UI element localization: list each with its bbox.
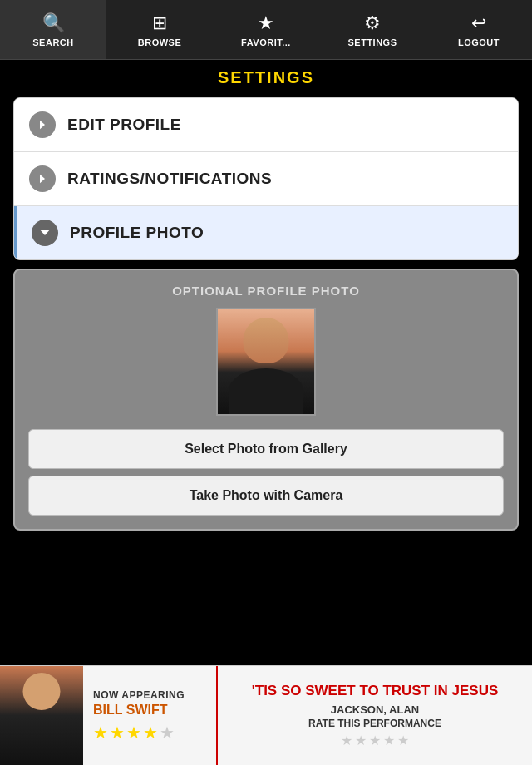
banner-left-section: NOW APPEARING BILL SWIFT ★ ★ ★ ★ ★: [83, 666, 216, 765]
performer-face-silhouette: [0, 666, 83, 765]
nav-search-label: SEARCH: [32, 37, 73, 47]
profile-photo-label: PROFILE PHOTO: [70, 224, 204, 242]
now-appearing-label: NOW APPEARING: [93, 689, 206, 701]
gear-icon: ⚙: [364, 12, 381, 34]
browse-icon: ⊞: [152, 12, 167, 34]
star-2: ★: [110, 723, 125, 743]
star-5-empty: ★: [160, 723, 175, 743]
select-gallery-button[interactable]: Select Photo from Gallery: [28, 429, 504, 469]
logout-icon: ↩: [471, 12, 486, 34]
ratings-notifications-label: RATINGS/NOTIFICATIONS: [67, 170, 272, 188]
banner-right-section: 'TIS SO SWEET TO TRUST IN JESUS JACKSON,…: [216, 666, 532, 765]
nav-settings[interactable]: ⚙ SETTINGS: [319, 0, 426, 59]
top-navigation: 🔍 SEARCH ⊞ BROWSE ★ FAVORIT... ⚙ SETTING…: [0, 0, 532, 60]
search-icon: 🔍: [42, 12, 65, 34]
rate-star-1[interactable]: ★: [341, 733, 352, 748]
nav-browse[interactable]: ⊞ BROWSE: [106, 0, 213, 59]
banner-performer-photo: [0, 666, 83, 765]
profile-photo-panel: OPTIONAL PROFILE PHOTO Select Photo from…: [13, 269, 519, 531]
settings-item-ratings[interactable]: RATINGS/NOTIFICATIONS: [14, 152, 518, 206]
settings-item-profile-photo[interactable]: PROFILE PHOTO: [14, 206, 518, 259]
performer-stars: ★ ★ ★ ★ ★: [93, 723, 206, 743]
nav-logout[interactable]: ↩ LOGOUT: [426, 0, 532, 59]
rate-performance-label: RATE THIS PERFORMANCE: [308, 718, 441, 729]
bottom-banner: NOW APPEARING BILL SWIFT ★ ★ ★ ★ ★ 'TIS …: [0, 665, 532, 765]
rate-stars[interactable]: ★ ★ ★ ★ ★: [341, 733, 409, 748]
edit-profile-label: EDIT PROFILE: [67, 116, 181, 134]
rate-star-2[interactable]: ★: [355, 733, 367, 748]
nav-favorites-label: FAVORIT...: [241, 37, 291, 47]
song-title: 'TIS SO SWEET TO TRUST IN JESUS: [252, 683, 499, 699]
rate-star-4[interactable]: ★: [383, 733, 395, 748]
photo-panel-title: OPTIONAL PROFILE PHOTO: [28, 284, 504, 298]
song-artist: JACKSON, ALAN: [331, 703, 419, 716]
main-content: SETTINGS EDIT PROFILE RATINGS/NOTIFICATI…: [0, 60, 532, 531]
take-camera-button[interactable]: Take Photo with Camera: [28, 476, 504, 516]
star-4-half: ★: [143, 723, 158, 743]
nav-search[interactable]: 🔍 SEARCH: [0, 0, 106, 59]
star-1: ★: [93, 723, 108, 743]
star-3: ★: [126, 723, 141, 743]
rate-star-5[interactable]: ★: [397, 733, 409, 748]
page-title: SETTINGS: [13, 68, 519, 87]
rate-star-3[interactable]: ★: [369, 733, 381, 748]
arrow-down-icon: [32, 220, 58, 246]
nav-settings-label: SETTINGS: [347, 37, 397, 47]
photo-preview-container: [28, 308, 504, 416]
nav-logout-label: LOGOUT: [458, 37, 500, 47]
face-silhouette: [218, 309, 314, 414]
settings-item-edit-profile[interactable]: EDIT PROFILE: [14, 98, 518, 152]
profile-photo-preview: [216, 308, 316, 416]
settings-list: EDIT PROFILE RATINGS/NOTIFICATIONS PROFI…: [13, 97, 519, 260]
nav-browse-label: BROWSE: [138, 37, 182, 47]
performer-name: BILL SWIFT: [93, 703, 206, 718]
nav-favorites[interactable]: ★ FAVORIT...: [213, 0, 319, 59]
arrow-right-icon-2: [29, 165, 56, 192]
star-icon: ★: [258, 12, 274, 34]
arrow-right-icon: [29, 111, 56, 138]
